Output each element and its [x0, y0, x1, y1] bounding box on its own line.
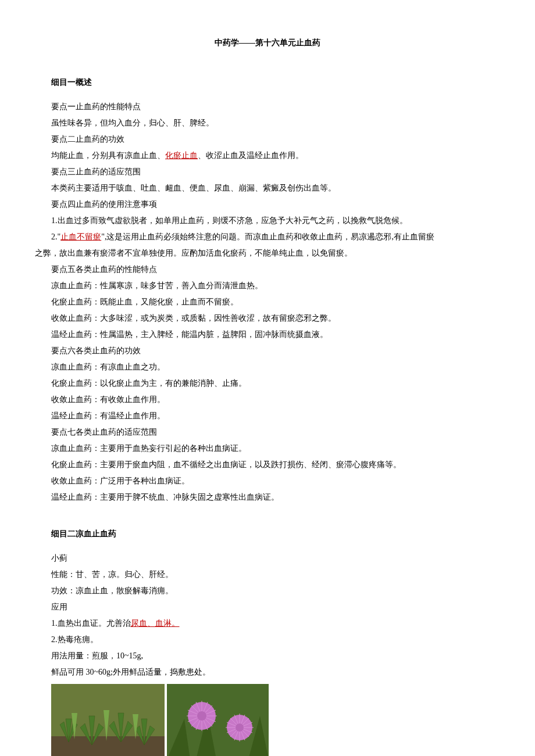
svg-point-20: [197, 711, 206, 721]
application-1a: 1.血热出血证。尤善治: [51, 619, 131, 628]
point-6-body-3: 收敛止血药：有收敛止血作用。: [35, 392, 500, 408]
application-1: 1.血热出血证。尤善治尿血、血淋。: [35, 615, 500, 632]
point-2-body-a: 均能止血，分别具有凉血止血、: [51, 151, 165, 160]
point-2-label: 要点二止血药的功效: [35, 131, 500, 148]
point-7-label: 要点七各类止血药的适应范围: [35, 424, 500, 440]
application-label: 应用: [35, 599, 500, 615]
herb-function: 功效：凉血止血，散瘀解毒消痈。: [35, 583, 500, 599]
herb-properties: 性能：甘、苦，凉。归心、肝经。: [35, 567, 500, 583]
herb-images: [51, 684, 500, 756]
point-1-label: 要点一止血药的性能特点: [35, 99, 500, 115]
point-5-label: 要点五各类止血药的性能特点: [35, 261, 500, 278]
point-4-body-2: 2."止血不留瘀",这是运用止血药必须始终注意的问题。而凉血止血药和收敛止血药，…: [35, 229, 500, 245]
section-1-heading: 细目一概述: [35, 74, 500, 91]
herb-name: 小蓟: [35, 550, 500, 567]
point-2-body: 均能止血，分别具有凉血止血、化瘀止血、收涩止血及温经止血作用。: [35, 148, 500, 164]
point-4-body-2a: 2.": [51, 232, 60, 241]
point-6-body-4: 温经止血药：有温经止血作用。: [35, 408, 500, 424]
svg-point-38: [236, 723, 244, 732]
application-2: 2.热毒疮痈。: [35, 632, 500, 648]
document-title: 中药学——第十六单元止血药: [35, 35, 500, 51]
point-1-body: 虽性味各异，但均入血分，归心、肝、脾经。: [35, 115, 500, 131]
point-4-body-2b: ",这是运用止血药必须始终注意的问题。而凉血止血药和收敛止血药，易凉遏恋邪,有止…: [101, 232, 434, 241]
point-7-body-1: 凉血止血药：主要用于血热妄行引起的各种出血病证。: [35, 440, 500, 457]
usage-2: 鲜品可用 30~60g;外用鲜品适量，捣敷患处。: [35, 664, 500, 680]
highlight-zhixue: 止血不留瘀: [60, 232, 101, 241]
point-2-body-b: 、收涩止血及温经止血作用。: [198, 151, 304, 160]
point-7-body-4: 温经止血药：主要用于脾不统血、冲脉失固之虚寒性出血病证。: [35, 489, 500, 506]
usage-1: 用法用量：煎服，10~15g,: [35, 648, 500, 664]
point-6-body-1: 凉血止血药：有凉血止血之功。: [35, 359, 500, 375]
point-4-label: 要点四止血药的使用注意事项: [35, 196, 500, 213]
point-5-body-4: 温经止血药：性属温热，主入脾经，能温内脏，益脾阳，固冲脉而统摄血液。: [35, 327, 500, 343]
point-3-label: 要点三止血药的适应范围: [35, 164, 500, 180]
point-6-body-2: 化瘀止血药：以化瘀止血为主，有的兼能消肿、止痛。: [35, 375, 500, 392]
point-4-body-2c: 之弊，故出血兼有瘀滞者不宜单独使用。应酌加活血化瘀药，不能单纯止血，以免留瘀。: [35, 245, 500, 261]
point-5-body-1: 凉血止血药：性属寒凉，味多甘苦，善入血分而清泄血热。: [35, 278, 500, 294]
point-5-body-3: 收敛止血药：大多味涩，或为炭类，或质黏，因性善收涩，故有留瘀恋邪之弊。: [35, 310, 500, 327]
point-5-body-2: 化瘀止血药：既能止血，又能化瘀，止血而不留瘀。: [35, 294, 500, 310]
point-7-body-3: 收敛止血药：广泛用于各种出血病证。: [35, 473, 500, 489]
point-4-body-1: 1.出血过多而致气虚欲脱者，如单用止血药，则缓不济急，应急予大补元气之药，以挽救…: [35, 213, 500, 229]
herb-plant-image: [51, 684, 165, 756]
point-6-label: 要点六各类止血药的功效: [35, 343, 500, 359]
point-7-body-2: 化瘀止血药：主要用于瘀血内阻，血不循经之出血病证，以及跌打损伤、经闭、瘀滞心腹疼…: [35, 457, 500, 473]
highlight-niaoxue: 尿血、血淋。: [131, 619, 180, 628]
point-3-body: 本类药主要适用于咳血、吐血、衄血、便血、尿血、崩漏、紫癜及创伤出血等。: [35, 180, 500, 196]
highlight-huayu: 化瘀止血: [165, 151, 198, 160]
herb-flower-image: [167, 684, 269, 756]
section-2-heading: 细目二凉血止血药: [35, 526, 500, 542]
